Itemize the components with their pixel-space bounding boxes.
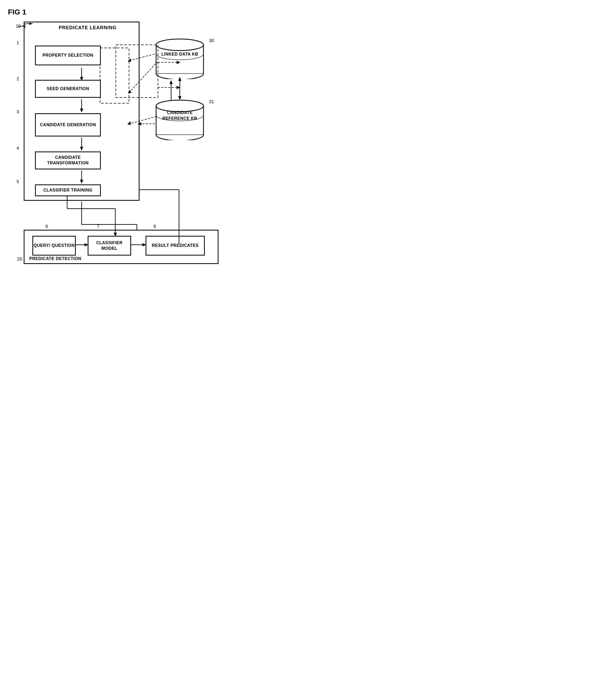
- ref-20: 20: [17, 257, 22, 262]
- svg-point-28: [156, 39, 204, 51]
- classifier-training-label: CLASSIFIER TRAINING: [43, 188, 92, 193]
- ref-3: 3: [16, 109, 19, 115]
- ref-30: 30: [209, 38, 214, 43]
- classifier-model-box: CLASSIFIER MODEL: [88, 236, 131, 255]
- candidate-reference-kb-label: CANDIDATE REFERENCE KB: [155, 110, 205, 122]
- predicate-learning-box: PREDICATE LEARNING 1 PROPERTY SELECTION …: [24, 22, 140, 201]
- ref-8: 8: [153, 224, 156, 229]
- seed-generation-label: SEED GENERATION: [47, 86, 89, 92]
- ref-5: 5: [16, 179, 19, 185]
- query-question-label: QUERY/ QUESTION: [34, 243, 75, 248]
- classifier-model-label: CLASSIFIER MODEL: [88, 240, 130, 251]
- svg-marker-36: [177, 86, 181, 89]
- candidate-generation-box: CANDIDATE GENERATION: [35, 113, 101, 136]
- candidate-transformation-label: CANDIDATE TRANSFORMATION: [36, 155, 100, 166]
- linked-data-kb-label: LINKED DATA KB: [155, 51, 205, 57]
- candidate-reference-kb: CANDIDATE REFERENCE KB 31: [155, 98, 205, 140]
- predicate-detection-label: PREDICATE DETECTION: [29, 257, 81, 261]
- svg-marker-14: [169, 80, 173, 84]
- ref-2: 2: [16, 76, 19, 82]
- predicate-detection-box: 20 6 QUERY/ QUESTION 7 CLASSIFIER MODEL …: [24, 230, 218, 264]
- ref-6: 6: [46, 224, 48, 229]
- result-predicates-box: RESULT PREDICATES: [145, 236, 205, 255]
- property-selection-box: PROPERTY SELECTION: [35, 46, 101, 65]
- classifier-training-box: CLASSIFIER TRAINING: [35, 185, 101, 196]
- candidate-transformation-box: CANDIDATE TRANSFORMATION: [35, 151, 101, 170]
- ref-31: 31: [209, 99, 214, 104]
- fig-title: FIG 1: [8, 8, 224, 16]
- linked-data-kb: LINKED DATA KB 30: [155, 37, 205, 79]
- ref-1: 1: [16, 40, 19, 46]
- ref-7: 7: [97, 224, 99, 229]
- ref-4: 4: [16, 146, 19, 151]
- candidate-generation-label: CANDIDATE GENERATION: [40, 122, 96, 128]
- seed-generation-box: SEED GENERATION: [35, 80, 101, 98]
- predicate-learning-label: PREDICATE LEARNING: [59, 25, 117, 30]
- property-selection-label: PROPERTY SELECTION: [43, 53, 93, 58]
- query-question-box: QUERY/ QUESTION: [33, 236, 76, 255]
- result-predicates-label: RESULT PREDICATES: [152, 243, 199, 248]
